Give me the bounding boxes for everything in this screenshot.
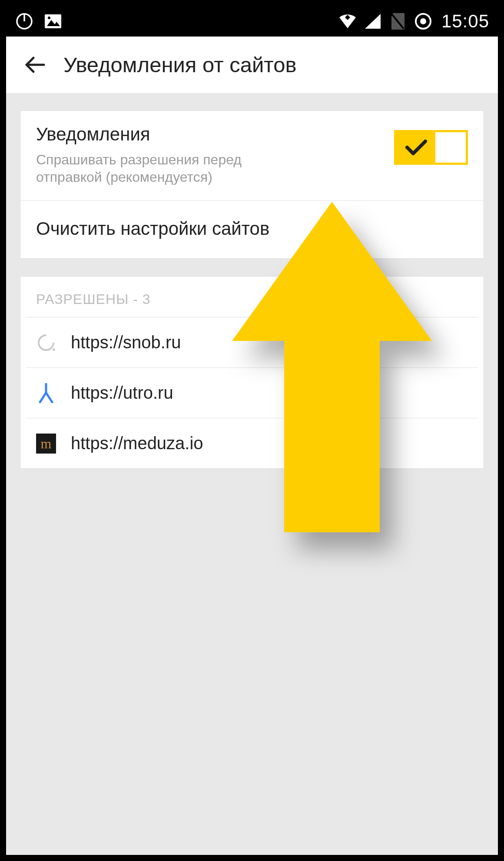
svg-rect-2 — [45, 14, 61, 28]
site-favicon-meduza: m — [36, 434, 56, 454]
cell-signal-icon — [363, 12, 382, 31]
site-url: https://meduza.io — [71, 434, 203, 453]
svg-point-11 — [39, 335, 53, 350]
site-favicon-utro — [36, 383, 56, 403]
site-url: https://utro.ru — [71, 383, 173, 403]
site-url: https://snob.ru — [71, 333, 181, 352]
notifications-toggle[interactable] — [394, 130, 468, 165]
svg-point-12 — [53, 348, 55, 351]
site-row-snob[interactable]: https://snob.ru — [20, 317, 484, 367]
yandex-app-icon — [15, 12, 34, 31]
clock: 15:05 — [441, 11, 489, 32]
clear-site-settings-button[interactable]: Очистить настройки сайтов — [20, 201, 484, 258]
notifications-toggle-row[interactable]: Уведомления Спрашивать разрешения перед … — [20, 111, 484, 200]
svg-line-14 — [40, 393, 46, 402]
arrow-left-icon — [22, 53, 46, 77]
content-area: Уведомления Спрашивать разрешения перед … — [6, 93, 498, 855]
svg-point-4 — [48, 17, 50, 19]
notifications-subtitle: Спрашивать разрешения перед отправкой (р… — [36, 151, 310, 186]
back-button[interactable] — [19, 50, 50, 80]
no-sim-icon — [388, 12, 408, 31]
gallery-icon — [43, 12, 63, 31]
notifications-card: Уведомления Спрашивать разрешения перед … — [20, 110, 484, 259]
svg-line-15 — [46, 393, 52, 402]
allowed-section-header: РАЗРЕШЕНЫ - 3 — [20, 277, 484, 317]
record-icon — [414, 12, 433, 31]
toggle-knob — [435, 132, 466, 163]
app-bar: Уведомления от сайтов — [6, 37, 498, 93]
allowed-sites-card: РАЗРЕШЕНЫ - 3 https://snob.ru https://ut… — [20, 276, 484, 469]
wifi-icon — [338, 12, 357, 31]
svg-marker-6 — [365, 14, 381, 29]
page-title: Уведомления от сайтов — [63, 53, 297, 77]
site-row-utro[interactable]: https://utro.ru — [20, 368, 484, 418]
site-row-meduza[interactable]: m https://meduza.io — [20, 418, 484, 468]
status-bar: 15:05 — [6, 6, 498, 37]
check-icon — [394, 139, 438, 156]
notifications-title: Уведомления — [36, 124, 385, 145]
site-favicon-snob — [36, 333, 56, 353]
svg-point-9 — [420, 18, 426, 24]
